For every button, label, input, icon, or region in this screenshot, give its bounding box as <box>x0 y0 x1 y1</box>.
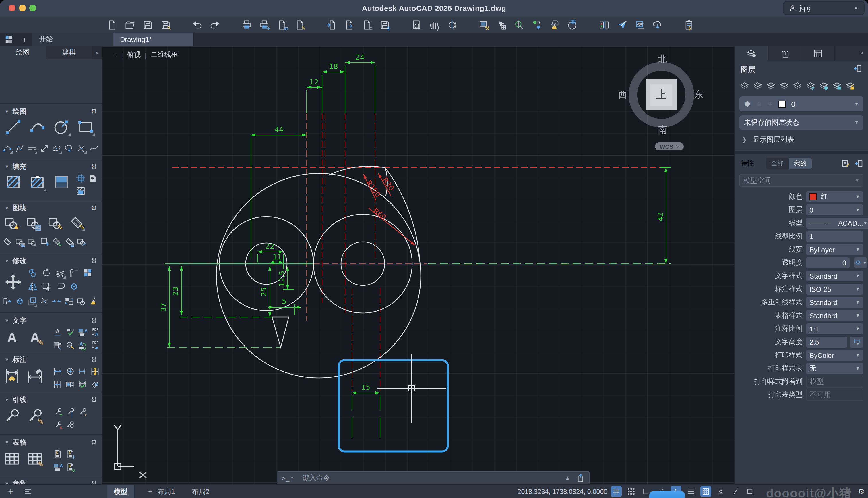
leader-add-icon[interactable]: + <box>53 407 63 417</box>
property-13-select[interactable]: 无▼ <box>806 363 864 374</box>
tab-布局2[interactable]: 布局2 <box>185 485 216 498</box>
transparency-layer-button[interactable]: ▼ <box>854 257 867 268</box>
pick-height-button[interactable] <box>850 337 864 348</box>
layer-off-icon[interactable] <box>819 80 829 91</box>
print-icon[interactable] <box>241 19 253 31</box>
layer-prev-icon[interactable] <box>779 80 789 91</box>
dim-check-icon[interactable] <box>78 380 87 390</box>
table-sync-icon[interactable]: S↻ <box>65 462 75 472</box>
hatch-icon[interactable] <box>4 173 22 191</box>
undo-icon[interactable] <box>191 19 203 31</box>
layer-freeze-icon[interactable]: ❄ <box>768 100 773 108</box>
leader-edit-icon[interactable]: ✎ <box>26 408 44 425</box>
insert-block-icon[interactable]: ★ <box>3 215 19 230</box>
viewcube-south[interactable]: 南 <box>658 124 667 136</box>
palette-tab-draw[interactable]: 绘图 <box>0 46 46 59</box>
save-as-icon[interactable]: ✎ <box>160 19 172 31</box>
property-4-select[interactable]: ByLayer▼ <box>806 244 864 255</box>
layer-next-icon[interactable] <box>792 80 802 91</box>
dim-break-icon[interactable] <box>90 380 99 390</box>
find-text-icon[interactable]: A <box>65 341 75 350</box>
tab-布局1[interactable]: 布局1 <box>150 485 182 498</box>
gear-icon[interactable]: ⚙ <box>91 396 97 404</box>
measure-icon[interactable] <box>39 144 49 153</box>
property-12-select[interactable]: ByColor▼ <box>806 350 864 361</box>
viewcube-west[interactable]: 西 <box>618 89 627 101</box>
plot-style-icon[interactable]: ⚒ <box>478 19 490 31</box>
orbit-icon[interactable] <box>446 19 458 31</box>
offset-icon[interactable] <box>55 281 66 292</box>
pdf-settings-icon[interactable]: PDF <box>90 341 99 350</box>
open-file-icon[interactable] <box>124 19 136 31</box>
layer-color-swatch[interactable] <box>778 100 786 108</box>
fillet-icon[interactable] <box>69 268 79 278</box>
multiline-icon[interactable] <box>27 144 37 153</box>
share-icon[interactable] <box>616 19 628 31</box>
layer-new-icon[interactable] <box>740 80 750 91</box>
edit-attribute-icon[interactable]: ✎ <box>69 215 84 230</box>
move-icon[interactable] <box>3 272 23 292</box>
dim-edit-icon[interactable] <box>26 368 44 385</box>
property-1-select[interactable]: 0▼ <box>806 205 864 215</box>
viewcube-top-face[interactable]: 上 <box>646 79 677 110</box>
tolerance-icon[interactable]: .1 <box>65 380 75 390</box>
show-layer-list[interactable]: ❯ 显示图层列表 <box>735 130 868 150</box>
section-block[interactable]: ▼ 图块 ⚙ <box>0 203 101 212</box>
gear-icon[interactable]: ⚙ <box>91 204 97 212</box>
new-tab-button[interactable]: + <box>17 33 32 46</box>
section-dimension[interactable]: ▼ 标注 ⚙ <box>0 355 101 364</box>
section-table[interactable]: ▼ 表格 ⚙ <box>0 438 101 447</box>
panel-overflow-button[interactable]: » <box>856 46 868 61</box>
tab-layers[interactable]: i <box>735 46 768 61</box>
edit-properties-icon[interactable] <box>842 159 850 168</box>
palette-collapse-button[interactable]: « <box>92 46 101 59</box>
pdf-import-text-icon[interactable]: PDFA <box>90 327 99 337</box>
table-cell-style-icon[interactable]: A <box>53 462 63 472</box>
add-palette-icon[interactable]: + <box>8 486 13 497</box>
layer-freeze-icon[interactable]: ❄ <box>805 80 816 91</box>
gradient-icon[interactable] <box>53 173 70 191</box>
stretch-icon[interactable] <box>2 297 12 306</box>
property-8-select[interactable]: Standard▼ <box>806 297 864 308</box>
command-line[interactable]: >_ ▾ 键入命令 ▲ <box>277 471 589 484</box>
panel-pin-icon[interactable] <box>855 159 864 168</box>
section-hatch[interactable]: ▼ 填充 ⚙ <box>0 162 101 171</box>
view-cube[interactable]: 北 南 西 东 上 <box>623 56 700 133</box>
command-history-button[interactable]: ▲ <box>565 475 570 481</box>
property-10-select[interactable]: 1:1▼ <box>806 323 864 334</box>
viewport-toggle[interactable] <box>745 486 756 497</box>
table-export-icon[interactable]: S <box>53 449 63 459</box>
leader-collect-icon[interactable]: ⚡ <box>78 407 87 417</box>
quick-select-icon[interactable] <box>496 19 507 31</box>
layer-on-icon[interactable] <box>744 101 751 107</box>
palette-list-icon[interactable] <box>24 488 32 495</box>
gear-icon[interactable]: ⚙ <box>91 107 97 116</box>
layer-state-dropdown[interactable]: 未保存的图层状态 ▼ <box>740 116 864 130</box>
property-6-select[interactable]: Standard▼ <box>806 271 864 281</box>
cloud-storage-icon[interactable] <box>652 19 664 31</box>
plot-setup-edit-icon[interactable]: ✎ <box>294 19 306 31</box>
edit-block-icon[interactable]: ✎ <box>47 215 63 230</box>
isodraft-toggle[interactable] <box>730 486 741 497</box>
3d-align-icon[interactable] <box>15 297 24 306</box>
app-grid-icon[interactable] <box>0 33 17 46</box>
dimension-icon[interactable] <box>3 368 21 385</box>
clean-icon[interactable] <box>89 297 98 306</box>
block-table-icon[interactable]: ▦ <box>15 237 24 246</box>
hatch-folder-icon[interactable] <box>76 186 85 196</box>
trim-icon[interactable] <box>55 268 66 278</box>
property-7-select[interactable]: ISO-25▼ <box>806 284 864 295</box>
dim-ordinate-icon[interactable] <box>90 366 99 376</box>
layer-unlock-icon[interactable] <box>845 80 855 91</box>
ellipse-icon[interactable] <box>52 144 62 153</box>
define-attribute-icon[interactable] <box>39 237 49 246</box>
center-mark-icon[interactable] <box>65 366 75 376</box>
text-update-icon[interactable]: A <box>78 341 87 350</box>
space-selector[interactable]: 模型空间 ▼ <box>740 174 864 187</box>
point-divide-icon[interactable] <box>76 144 86 153</box>
boundary-icon[interactable] <box>76 173 85 183</box>
chevron-down-icon[interactable]: ▾ <box>291 476 293 480</box>
property-9-select[interactable]: Standard▼ <box>806 310 864 321</box>
viewcube-north[interactable]: 北 <box>658 53 667 65</box>
count-icon[interactable] <box>567 19 579 31</box>
